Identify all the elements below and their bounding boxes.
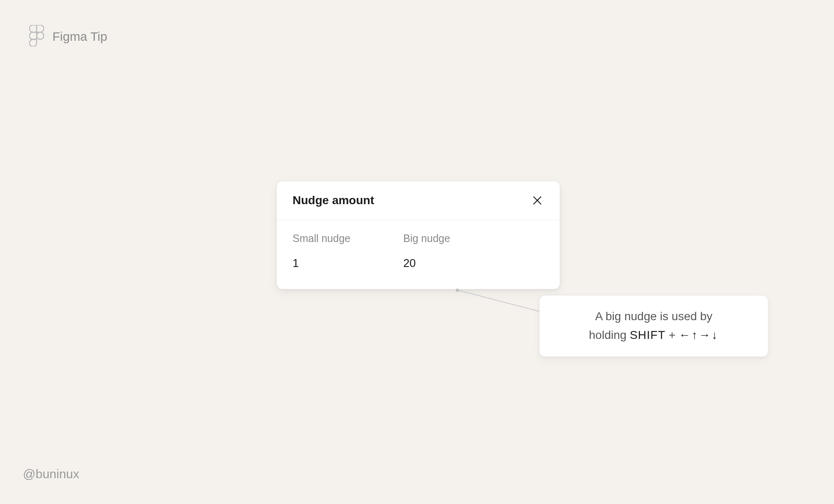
- big-nudge-label: Big nudge: [403, 232, 514, 245]
- nudge-amount-dialog: Nudge amount Small nudge Big nudge: [277, 181, 560, 289]
- small-nudge-field: Small nudge: [293, 232, 403, 270]
- dialog-body: Small nudge Big nudge: [277, 220, 560, 289]
- tooltip-plus: +: [665, 329, 679, 341]
- dialog-header: Nudge amount: [277, 181, 560, 220]
- dialog-title: Nudge amount: [293, 194, 374, 207]
- tooltip: A big nudge is used by holding SHIFT + ←…: [539, 295, 768, 357]
- arrow-keys-icon: ←↑→↓: [679, 329, 719, 341]
- close-button[interactable]: [531, 194, 544, 207]
- svg-line-2: [457, 290, 540, 311]
- small-nudge-label: Small nudge: [293, 232, 403, 245]
- leader-line-icon: [457, 290, 540, 311]
- close-icon: [532, 195, 543, 206]
- leader-dot-icon: [456, 289, 459, 292]
- tooltip-line2-prefix: holding: [589, 329, 630, 341]
- big-nudge-input[interactable]: [403, 257, 445, 270]
- header: Figma Tip: [29, 25, 107, 48]
- figma-logo-icon: [29, 25, 44, 48]
- small-nudge-input[interactable]: [293, 257, 334, 270]
- footer-handle: @buninux: [23, 467, 79, 481]
- big-nudge-field: Big nudge: [403, 232, 514, 270]
- header-title: Figma Tip: [52, 30, 107, 44]
- tooltip-line1: A big nudge is used by: [595, 310, 712, 323]
- shift-key-label: SHIFT: [630, 329, 665, 341]
